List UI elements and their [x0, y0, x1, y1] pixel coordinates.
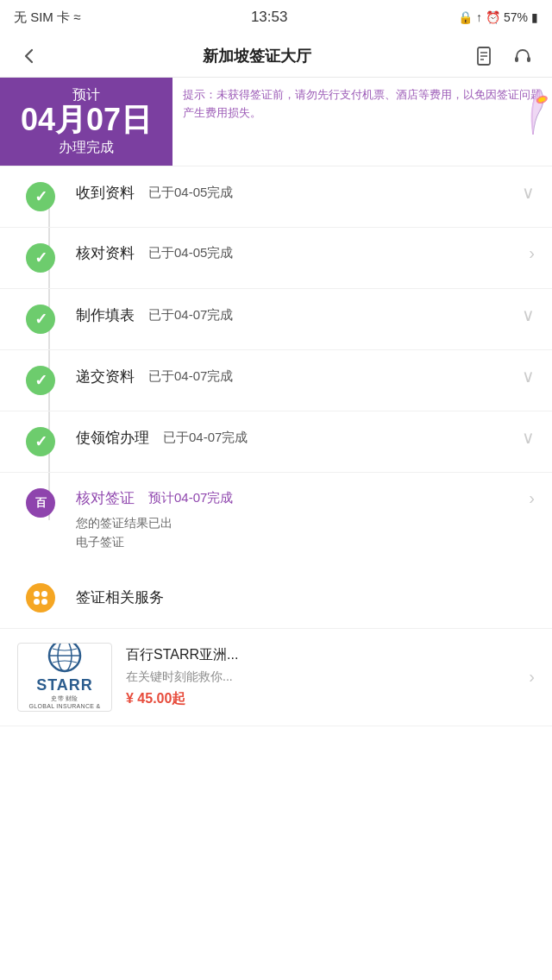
step-content-2: 核对资料 已于04-05完成 ›	[76, 243, 535, 263]
lock-icon: 🔒	[458, 10, 473, 24]
status-bar: 无 SIM 卡 ≈ 13:53 🔒 ↑ ⏰ 57% ▮	[0, 0, 552, 35]
nav-bar: 新加坡签证大厅	[0, 35, 552, 78]
banner-date-text: 04月07日	[21, 104, 152, 135]
check-icon: ✓	[34, 187, 47, 206]
product-desc: 在关键时刻能救你...	[126, 669, 515, 685]
product-price: ¥ 45.00起	[126, 690, 515, 708]
product-name: 百行STARR亚洲...	[126, 646, 515, 664]
status-battery: 🔒 ↑ ⏰ 57% ▮	[458, 10, 538, 24]
timeline-item[interactable]: ✓ 使领馆办理 已于04-07完成 ∨	[0, 411, 552, 473]
banner-date: 预计 04月07日 办理完成	[0, 78, 172, 166]
step-name-4: 递交资料	[76, 367, 135, 386]
svg-point-9	[58, 643, 72, 671]
battery-icon: ▮	[531, 10, 538, 24]
banner-tip-text: 提示：未获得签证前，请勿先行支付机票、酒店等费用，以免因签证问题产生费用损失。	[183, 86, 542, 122]
product-info: 百行STARR亚洲... 在关键时刻能救你... ¥ 45.00起	[126, 646, 515, 708]
step-name-6: 核对签证	[76, 488, 135, 508]
step-content-1: 收到资料 已于04-05完成 ∨	[76, 182, 535, 203]
step-content-3: 制作填表 已于04-07完成 ∨	[76, 305, 535, 325]
step-status-2: 已于04-05完成	[148, 245, 233, 261]
page-title: 新加坡签证大厅	[45, 46, 469, 66]
step-dot-1: ✓	[26, 182, 55, 211]
timeline-item[interactable]: ✓ 收到资料 已于04-05完成 ∨	[0, 166, 552, 228]
svg-rect-5	[527, 57, 530, 62]
product-image: STARR 史带 财险GLOBAL INSURANCE & INVESTMENT…	[17, 643, 112, 712]
alarm-icon: ⏰	[486, 10, 500, 24]
step-name-2: 核对资料	[76, 243, 135, 263]
product-card[interactable]: STARR 史带 财险GLOBAL INSURANCE & INVESTMENT…	[0, 629, 552, 726]
services-section: 签证相关服务	[0, 568, 552, 629]
document-icon-button[interactable]	[469, 41, 500, 72]
step-content-4: 递交资料 已于04-07完成 ∨	[76, 366, 535, 386]
chevron-right-icon: ›	[520, 488, 535, 508]
headset-icon-button[interactable]	[507, 41, 538, 72]
step-status-4: 已于04-07完成	[148, 368, 233, 385]
dot-label: 百	[35, 495, 47, 511]
step-name-3: 制作填表	[76, 305, 135, 325]
chevron-right-icon: ›	[529, 667, 535, 687]
step-status-6: 预计04-07完成	[148, 490, 233, 506]
step-dot-6: 百	[26, 488, 55, 518]
banner-tip: 提示：未获得签证前，请勿先行支付机票、酒店等费用，以免因签证问题产生费用损失。	[172, 78, 552, 166]
starr-sub: 史带 财险GLOBAL INSURANCE & INVESTMENTS	[22, 694, 108, 712]
feather-decoration	[516, 86, 550, 138]
check-icon: ✓	[34, 432, 47, 451]
timeline-item[interactable]: ✓ 制作填表 已于04-07完成 ∨	[0, 289, 552, 350]
step-sub-6: 您的签证结果已出电子签证	[76, 513, 535, 552]
timeline: ✓ 收到资料 已于04-05完成 ∨ ✓ 核对资料 已于04-05完成 › ✓	[0, 166, 552, 568]
step-status-3: 已于04-07完成	[148, 307, 233, 324]
svg-rect-4	[515, 57, 518, 62]
step-content-5: 使领馆办理 已于04-07完成 ∨	[76, 427, 535, 448]
chevron-down-icon: ∨	[513, 427, 535, 448]
services-dot	[26, 583, 55, 612]
timeline-item[interactable]: ✓ 核对资料 已于04-05完成 ›	[0, 228, 552, 289]
banner: 预计 04月07日 办理完成 提示：未获得签证前，请勿先行支付机票、酒店等费用，…	[0, 78, 552, 166]
svg-point-8	[49, 643, 80, 671]
step-dot-2: ✓	[26, 243, 55, 273]
status-carrier: 无 SIM 卡 ≈	[14, 9, 80, 26]
step-name-1: 收到资料	[76, 183, 135, 203]
chevron-down-icon: ∨	[513, 305, 535, 325]
grid-icon	[34, 591, 47, 605]
chevron-down-icon: ∨	[513, 182, 535, 203]
status-time: 13:53	[251, 9, 288, 26]
step-status-5: 已于04-07完成	[163, 430, 248, 446]
step-status-1: 已于04-05完成	[148, 185, 233, 201]
step-name-5: 使领馆办理	[76, 428, 149, 448]
step-content-6: 核对签证 预计04-07完成 › 您的签证结果已出电子签证	[76, 488, 535, 552]
services-title: 签证相关服务	[76, 587, 164, 607]
check-icon: ✓	[34, 248, 47, 267]
step-dot-5: ✓	[26, 427, 55, 456]
back-button[interactable]	[14, 41, 45, 72]
check-icon: ✓	[34, 371, 47, 390]
starr-name: STARR	[36, 676, 93, 694]
location-icon: ↑	[476, 10, 482, 24]
timeline-item-active[interactable]: 百 核对签证 预计04-07完成 › 您的签证结果已出电子签证	[0, 473, 552, 568]
banner-suffix: 办理完成	[59, 139, 114, 157]
timeline-item[interactable]: ✓ 递交资料 已于04-07完成 ∨	[0, 350, 552, 411]
starr-logo: STARR 史带 财险GLOBAL INSURANCE & INVESTMENT…	[22, 643, 108, 712]
step-dot-3: ✓	[26, 305, 55, 334]
chevron-down-icon: ∨	[513, 366, 535, 386]
step-dot-4: ✓	[26, 366, 55, 395]
chevron-right-icon: ›	[520, 243, 535, 263]
check-icon: ✓	[34, 310, 47, 329]
